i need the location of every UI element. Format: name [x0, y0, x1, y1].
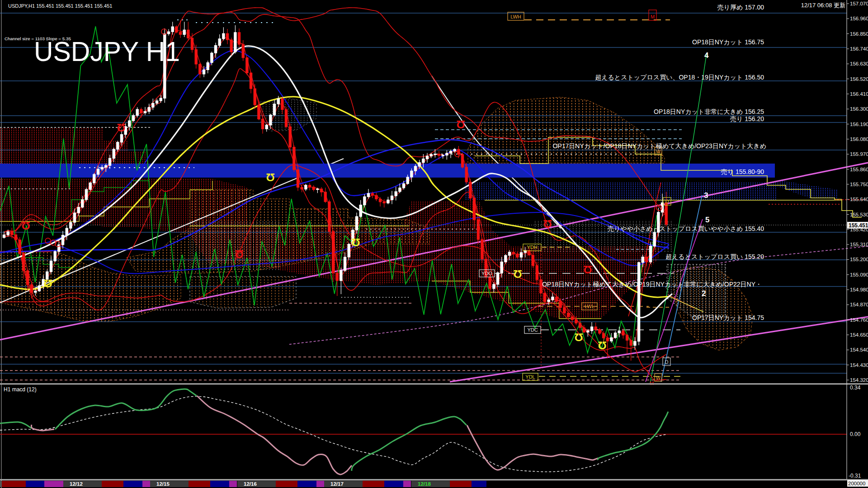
svg-text:YDO: YDO [481, 271, 492, 276]
svg-text:154.430: 154.430 [850, 362, 868, 368]
svg-text:H1 macd (12): H1 macd (12) [4, 386, 37, 393]
svg-text:155.970: 155.970 [850, 151, 868, 157]
svg-text:YDC: YDC [527, 327, 538, 333]
svg-text:155.860: 155.860 [850, 167, 868, 172]
svg-text:LWH: LWH [510, 14, 521, 19]
svg-text:D: D [665, 359, 669, 365]
svg-text:OP18日NYカット非常に大きめ 156.25: OP18日NYカット非常に大きめ 156.25 [654, 108, 764, 115]
svg-text:Ω: Ω [351, 236, 360, 249]
svg-text:Ω: Ω [543, 218, 552, 230]
svg-text:200000: 200000 [848, 481, 865, 486]
svg-text:M: M [651, 14, 655, 19]
svg-text:USDJPY H1: USDJPY H1 [34, 36, 180, 67]
svg-text:2: 2 [702, 289, 706, 298]
svg-text:Ω: Ω [598, 339, 606, 352]
svg-text:154.870: 154.870 [850, 302, 868, 307]
svg-text:Ω: Ω [21, 220, 30, 232]
svg-text:5: 5 [705, 216, 709, 224]
svg-text:12/17: 12/17 [330, 481, 344, 487]
svg-text:154.760: 154.760 [850, 317, 868, 323]
svg-text:156.960: 156.960 [850, 16, 868, 21]
svg-text:YDH: YDH [527, 244, 537, 250]
svg-text:156.630: 156.630 [850, 61, 868, 66]
svg-text:W: W [656, 375, 661, 380]
svg-text:12/15: 12/15 [156, 481, 170, 487]
svg-text:Ω: Ω [266, 171, 274, 183]
svg-text:12/12: 12/12 [70, 481, 83, 487]
svg-text:超えるとストップロス買い 155.20: 超えるとストップロス買い 155.20 [665, 253, 764, 260]
svg-text:155.310: 155.310 [850, 242, 868, 247]
svg-text:OP17日NYカット 154.75: OP17日NYカット 154.75 [692, 314, 764, 321]
svg-text:OP18日NYカット 156.75: OP18日NYカット 156.75 [692, 38, 764, 46]
svg-text:155.090: 155.090 [850, 272, 868, 277]
svg-text:154.650: 154.650 [850, 332, 868, 338]
svg-text:156.080: 156.080 [850, 136, 868, 142]
svg-text:D: D [665, 199, 669, 204]
svg-text:Ω: Ω [513, 268, 522, 280]
svg-text:売り 156.20: 売り 156.20 [730, 115, 764, 122]
svg-text:USDJPY,H1 155.451 155.451 155: USDJPY,H1 155.451 155.451 155.451 155.45… [8, 3, 112, 9]
svg-text:YDL: YDL [525, 374, 535, 380]
svg-text:売りやや小さめ・ストップロス買いやや小さめ 155.40: 売りやや小さめ・ストップロス買いやや小さめ 155.40 [608, 225, 764, 232]
svg-text:157.070: 157.070 [850, 1, 868, 6]
svg-text:155.200: 155.200 [850, 257, 868, 262]
svg-text:Ω: Ω [117, 122, 125, 134]
svg-text:OP17日NYカット/OP18日NYカット極めて大きめ/OP: OP17日NYカット/OP18日NYカット極めて大きめ/OP23日NYカット大き… [553, 142, 766, 150]
svg-text:-0.31: -0.31 [849, 473, 861, 479]
svg-text:155.451: 155.451 [849, 222, 868, 229]
svg-text:154.540: 154.540 [850, 347, 868, 352]
svg-text:Ω: Ω [456, 118, 465, 131]
svg-text:Ω: Ω [583, 263, 592, 276]
svg-text:156.740: 156.740 [850, 46, 868, 52]
svg-text:12/18: 12/18 [418, 481, 431, 487]
svg-text:12/16: 12/16 [244, 481, 257, 487]
svg-text:156.520: 156.520 [850, 76, 868, 82]
svg-text:12/17 06:08 更新: 12/17 06:08 更新 [801, 2, 845, 9]
svg-text:超えるとストップロス買い、OP18・19日NYカット 156: 超えるとストップロス買い、OP18・19日NYカット 156.50 [595, 74, 764, 81]
svg-text:156.850: 156.850 [850, 31, 868, 37]
svg-text:売り厚め 157.00: 売り厚め 157.00 [717, 4, 764, 11]
svg-text:3: 3 [704, 191, 708, 200]
svg-text:OP18日NYカット極めて大きめ/OP19日NYカット非常に: OP18日NYカット極めて大きめ/OP19日NYカット非常に大きめ/OP22日N… [542, 281, 762, 288]
svg-text:155.750: 155.750 [850, 182, 868, 187]
svg-text:156.410: 156.410 [850, 91, 868, 97]
svg-text:0.00: 0.00 [850, 431, 861, 437]
svg-text:155.640: 155.640 [850, 197, 868, 202]
svg-text:156.300: 156.300 [850, 106, 868, 112]
svg-text:4: 4 [704, 51, 709, 60]
svg-text:0.34: 0.34 [850, 385, 861, 391]
svg-text:売り 155.80-90: 売り 155.80-90 [721, 168, 764, 175]
svg-text:154.980: 154.980 [850, 287, 868, 292]
svg-text:156.190: 156.190 [850, 122, 868, 127]
svg-text:Ω: Ω [235, 248, 243, 260]
svg-text:LWL: LWL [585, 304, 594, 309]
svg-text:Ω: Ω [43, 277, 52, 290]
svg-text:155.530: 155.530 [850, 212, 868, 217]
svg-text:Ω: Ω [574, 331, 583, 343]
svg-text:154.320: 154.320 [850, 377, 868, 383]
